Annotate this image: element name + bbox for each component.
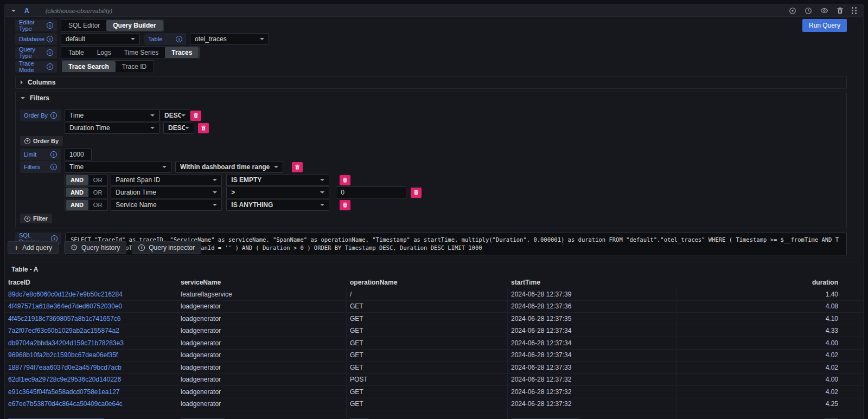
bool-and-option[interactable]: AND bbox=[66, 200, 88, 210]
trace-id-link[interactable]: e91c3645f04fa5e58adcd0758e1ea127 bbox=[8, 388, 120, 396]
plus-icon: + bbox=[14, 243, 18, 252]
query-history-button[interactable]: Query history bbox=[64, 241, 126, 254]
trace-id-link[interactable]: 96968b10fa2b2c1590bc67dea06ef35f bbox=[8, 351, 118, 359]
trace-id-link[interactable]: 1887794f7eaa6037d0e2a4579bcd7acb bbox=[8, 364, 122, 371]
service-name-cell: loadgenerator bbox=[177, 362, 347, 373]
column-header-traceid[interactable]: traceID bbox=[5, 276, 177, 288]
panel-title[interactable]: Table - A bbox=[5, 262, 863, 276]
condition-value-input[interactable] bbox=[336, 186, 406, 198]
condition-operator-value: IS ANYTHING bbox=[231, 201, 273, 209]
trace-id-link[interactable]: 62df1ec9a29728c9e29536c20d140226 bbox=[8, 376, 121, 383]
remove-condition-button[interactable] bbox=[340, 175, 350, 185]
column-header-servicename[interactable]: serviceName bbox=[177, 276, 347, 288]
trace-id-cell: 7a2f07ecf63c60b1029ab2ac155874a2 bbox=[5, 325, 177, 337]
query-inspector-button[interactable]: i Query inspector bbox=[132, 241, 201, 254]
results-table: traceID serviceName operationName startT… bbox=[5, 276, 863, 419]
trace-id-cell: 89dc7e8c6060c0d12de7e9b50c216284 bbox=[5, 288, 177, 300]
add-order-by-button[interactable]: + Order By bbox=[20, 136, 63, 146]
bool-and-option[interactable]: AND bbox=[66, 188, 88, 197]
datasource-name: (clickhouse-observability) bbox=[46, 8, 113, 14]
order-by-field-select[interactable]: Duration Time bbox=[65, 122, 159, 134]
query-type-option-traces[interactable]: Traces bbox=[165, 47, 199, 58]
run-query-button[interactable]: Run Query bbox=[802, 19, 847, 32]
filter-operator-value: Within dashboard time range bbox=[180, 163, 270, 171]
info-icon[interactable]: i bbox=[47, 49, 53, 56]
trash-icon bbox=[193, 113, 199, 118]
condition-field-value: Parent Span ID bbox=[116, 176, 160, 184]
trash-icon bbox=[295, 164, 300, 170]
query-type-option-time-series[interactable]: Time Series bbox=[118, 47, 165, 58]
remove-order-by-button[interactable] bbox=[190, 111, 201, 121]
add-filter-button[interactable]: + Filter bbox=[20, 214, 52, 223]
service-name-cell: loadgenerator bbox=[177, 374, 347, 386]
trace-mode-option-trace-id[interactable]: Trace ID bbox=[116, 61, 154, 72]
info-icon[interactable]: i bbox=[50, 151, 57, 158]
remove-filter-button[interactable] bbox=[292, 162, 303, 172]
trace-id-link[interactable]: e67ee7b53870d4c864ca50409ca0e64c bbox=[8, 400, 123, 408]
plus-circle-icon: + bbox=[24, 138, 30, 144]
condition-operator-select[interactable]: > bbox=[226, 186, 329, 198]
bool-or-option[interactable]: OR bbox=[88, 200, 107, 210]
table-select[interactable]: otel_traces bbox=[190, 33, 269, 45]
history-icon bbox=[71, 244, 78, 251]
filter-field-select[interactable]: Time bbox=[65, 161, 171, 173]
start-time-cell: 2024-06-28 12:37:32 bbox=[508, 398, 676, 410]
order-by-direction-select[interactable]: DESC bbox=[159, 109, 190, 121]
condition-field-value: Duration Time bbox=[116, 189, 156, 196]
column-header-starttime[interactable]: startTime bbox=[508, 276, 676, 288]
query-type-option-table[interactable]: Table bbox=[62, 47, 91, 58]
collapse-chevron-icon[interactable] bbox=[11, 10, 16, 12]
history-clock-icon[interactable] bbox=[805, 7, 812, 15]
filter-operator-select[interactable]: Within dashboard time range bbox=[175, 161, 283, 173]
trace-id-link[interactable]: 4f497571a618e364ed7ded60752030e0 bbox=[8, 302, 122, 310]
query-type-label: Query Type i bbox=[15, 47, 57, 59]
order-by-field-select[interactable]: Time bbox=[65, 109, 159, 121]
trace-mode-option-trace-search[interactable]: Trace Search bbox=[62, 61, 116, 72]
database-value: default bbox=[66, 35, 85, 43]
info-icon[interactable]: i bbox=[50, 164, 57, 170]
limit-input[interactable] bbox=[65, 149, 92, 160]
info-icon[interactable]: i bbox=[50, 112, 57, 119]
trash-icon[interactable] bbox=[837, 7, 844, 14]
info-icon[interactable]: i bbox=[47, 36, 53, 42]
condition-field-select[interactable]: Parent Span ID bbox=[111, 174, 222, 186]
service-name-cell: loadgenerator bbox=[177, 301, 347, 313]
bool-or-option[interactable]: OR bbox=[88, 188, 107, 197]
info-icon[interactable]: i bbox=[47, 63, 53, 70]
database-select[interactable]: default bbox=[61, 33, 140, 45]
add-query-button[interactable]: + Add query bbox=[8, 241, 59, 254]
info-icon[interactable]: i bbox=[176, 36, 182, 42]
columns-section-header[interactable]: Columns bbox=[16, 76, 846, 88]
eye-icon[interactable] bbox=[820, 7, 828, 15]
query-footer-actions: + Add query Query history i Query inspec… bbox=[8, 241, 201, 254]
bool-and-option[interactable]: AND bbox=[66, 175, 88, 185]
condition-field-select[interactable]: Service Name bbox=[111, 199, 222, 211]
bool-or-option[interactable]: OR bbox=[88, 175, 107, 185]
start-time-cell: 2024-06-28 12:37:36 bbox=[508, 301, 676, 313]
column-header-duration[interactable]: duration bbox=[676, 276, 863, 288]
trace-id-link[interactable]: 89dc7e8c6060c0d12de7e9b50c216284 bbox=[8, 291, 123, 298]
trace-id-link[interactable]: db9704a2bbda34204d159c71b78283e3 bbox=[8, 339, 124, 347]
condition-operator-select[interactable]: IS EMPTY bbox=[226, 174, 329, 186]
start-time-cell: 2024-06-28 12:37:35 bbox=[508, 313, 676, 325]
column-header-operationname[interactable]: operationName bbox=[347, 276, 508, 288]
drag-handle-icon[interactable] bbox=[852, 7, 857, 14]
editor-type-option-sql-editor[interactable]: SQL Editor bbox=[62, 20, 106, 31]
record-circle-icon[interactable] bbox=[789, 7, 796, 15]
trace-id-link[interactable]: 7a2f07ecf63c60b1029ab2ac155874a2 bbox=[8, 327, 119, 334]
order-by-direction-value: DESC bbox=[164, 112, 181, 119]
table-panel: Table - A traceID serviceName operationN… bbox=[4, 262, 864, 419]
trace-id-link[interactable]: 4f45c21918c73698057a8b1c741657c6 bbox=[8, 315, 121, 323]
condition-operator-select[interactable]: IS ANYTHING bbox=[226, 199, 329, 211]
query-type-option-logs[interactable]: Logs bbox=[91, 47, 118, 58]
condition-field-select[interactable]: Duration Time bbox=[111, 186, 222, 198]
trace-mode-toggle: Trace Search Trace ID bbox=[61, 60, 154, 73]
remove-order-by-button[interactable] bbox=[198, 123, 209, 133]
remove-condition-button[interactable] bbox=[411, 188, 422, 198]
editor-type-option-query-builder[interactable]: Query Builder bbox=[106, 20, 162, 31]
filters-section-header[interactable]: Filters bbox=[16, 92, 846, 104]
remove-condition-button[interactable] bbox=[340, 200, 350, 210]
info-icon[interactable]: i bbox=[47, 22, 53, 29]
chevron-down-icon bbox=[213, 191, 217, 194]
order-by-direction-select[interactable]: DESC bbox=[163, 122, 194, 134]
